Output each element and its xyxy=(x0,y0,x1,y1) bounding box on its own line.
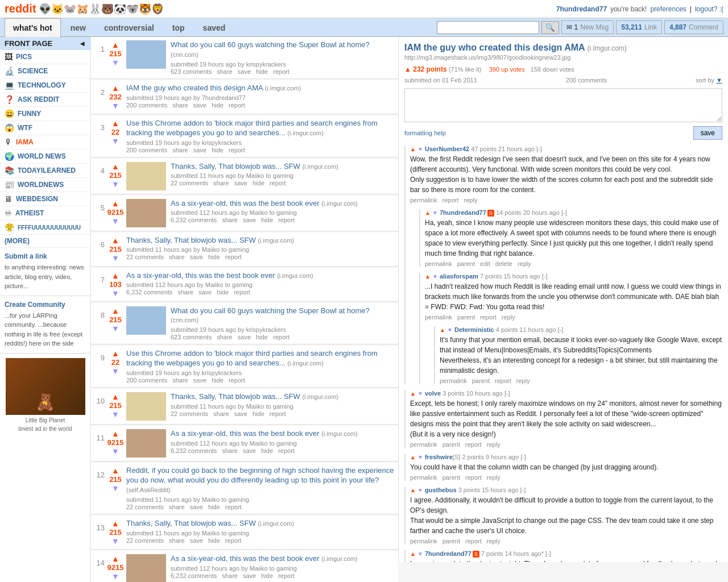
comment-btn[interactable]: 4,887 Comment xyxy=(664,20,723,34)
post-author-link[interactable]: Maiiko xyxy=(246,172,264,179)
action-report[interactable]: report xyxy=(229,147,245,153)
comment-link-reply[interactable]: reply xyxy=(518,260,531,267)
post-thumbnail[interactable] xyxy=(126,306,166,335)
vote-down-btn[interactable]: ▼ xyxy=(111,217,119,226)
comment-username[interactable]: aliasforspam xyxy=(440,273,478,280)
comment-username[interactable]: volve xyxy=(425,390,441,397)
vote-down-btn[interactable]: ▼ xyxy=(111,537,119,546)
action-report[interactable]: report xyxy=(278,217,295,223)
vote-down-btn[interactable]: ▼ xyxy=(111,289,119,298)
sidebar-item-pics[interactable]: 🖼 PICS xyxy=(0,50,90,64)
sidebar-item-technology[interactable]: 💻 TECHNOLOGY xyxy=(0,78,90,93)
comment-collapse[interactable]: [-] xyxy=(520,487,526,493)
vote-up-btn[interactable]: ▲ xyxy=(111,271,119,280)
vote-down-icon[interactable]: ▼ xyxy=(447,327,453,333)
vote-down-btn[interactable]: ▼ xyxy=(111,58,119,67)
action-share[interactable]: share xyxy=(169,537,185,544)
comment-username[interactable]: freshwire xyxy=(425,454,453,460)
comment-collapse[interactable]: [-] xyxy=(536,146,542,152)
comment-collapse[interactable]: [-] xyxy=(520,454,526,460)
comments-link[interactable]: 22 comments xyxy=(126,504,164,510)
comments-link[interactable]: 22 comments xyxy=(126,253,164,260)
username[interactable]: 7hundredand77 xyxy=(556,5,607,13)
post-title-link[interactable]: As a six-year-old, this was the best boo… xyxy=(171,199,358,207)
preferences-link[interactable]: preferences xyxy=(650,5,686,13)
sidebar-item-worldnews[interactable]: 🌍 WORLD NEWS xyxy=(0,149,90,164)
vote-down-btn[interactable]: ▼ xyxy=(111,410,119,419)
search-button[interactable]: 🔍 xyxy=(541,21,559,34)
action-share[interactable]: share xyxy=(172,377,188,384)
comment-collapse[interactable]: [-] xyxy=(542,273,548,280)
post-subreddit-link[interactable]: gaming xyxy=(232,281,253,288)
post-subreddit-link[interactable]: gaming xyxy=(276,209,297,216)
action-save[interactable]: save xyxy=(198,289,212,296)
comment-link-permalink[interactable]: permalink xyxy=(425,260,452,267)
vote-down-btn[interactable]: ▼ xyxy=(111,136,119,146)
comment-link-permalink[interactable]: permalink xyxy=(410,197,437,203)
action-report[interactable]: report xyxy=(270,410,286,417)
action-share[interactable]: share xyxy=(222,572,238,579)
vote-up-btn[interactable]: ▲ xyxy=(111,306,119,315)
action-save[interactable]: save xyxy=(243,572,256,579)
tab-whats-hot[interactable]: what's hot xyxy=(5,18,61,37)
post-title-link[interactable]: Use this Chrome addon to 'block major th… xyxy=(126,119,378,137)
post-title-link[interactable]: As a six-year-old, this was the best boo… xyxy=(126,271,313,280)
sidebar-collapse-icon[interactable]: ◄ xyxy=(78,39,86,48)
comment-link-parent[interactable]: parent xyxy=(442,538,460,544)
post-author-link[interactable]: Maiiko xyxy=(246,403,264,410)
post-title-link[interactable]: Use this Chrome addon to 'block major th… xyxy=(126,349,378,367)
action-save[interactable]: save xyxy=(193,147,206,153)
action-save[interactable]: save xyxy=(193,377,206,384)
vote-down-icon[interactable]: ▼ xyxy=(432,273,438,280)
sidebar-item-wtf[interactable]: 😱 WTF xyxy=(0,121,90,135)
action-hide[interactable]: hide xyxy=(208,504,220,510)
post-title-link[interactable]: As a six-year-old, this was the best boo… xyxy=(171,554,358,563)
comment-collapse[interactable]: [-] xyxy=(504,390,510,397)
action-report[interactable]: report xyxy=(278,572,295,579)
action-hide[interactable]: hide xyxy=(212,377,224,384)
comment-link-reply[interactable]: reply xyxy=(516,377,530,384)
action-report[interactable]: report xyxy=(225,253,242,260)
comment-link-parent[interactable]: parent xyxy=(457,260,475,267)
action-report[interactable]: report xyxy=(278,447,295,454)
comment-link-report[interactable]: report xyxy=(495,377,511,384)
comment-link-parent[interactable]: parent xyxy=(442,441,460,448)
comments-link[interactable]: 200 comments xyxy=(126,147,167,153)
comments-link[interactable]: 22 comments xyxy=(126,537,164,544)
action-hide[interactable]: hide xyxy=(212,147,224,153)
action-hide[interactable]: hide xyxy=(256,334,268,340)
comment-link-edit[interactable]: edit xyxy=(480,260,490,267)
comment-link-delete[interactable]: delete xyxy=(495,260,512,267)
comment-link-reply[interactable]: reply xyxy=(487,474,500,481)
post-title-link[interactable]: Thanks, Sally, That blowjob was... SFW (… xyxy=(126,519,294,527)
vote-down-btn[interactable]: ▼ xyxy=(111,324,119,333)
post-subreddit-link[interactable]: gaming xyxy=(273,403,293,410)
vote-down-btn[interactable]: ▼ xyxy=(111,367,119,376)
post-thumbnail[interactable] xyxy=(126,162,166,190)
vote-down-btn[interactable]: ▼ xyxy=(111,447,119,456)
tab-new[interactable]: new xyxy=(62,18,94,37)
post-title-link[interactable]: Thanks, Sally, That blowjob was... SFW (… xyxy=(126,236,294,244)
sidebar-item-todayilearned[interactable]: 📚 TODAYILEARNED xyxy=(0,164,90,178)
sidebar-item-webdesign[interactable]: 🖥 WEBDESIGN xyxy=(0,192,90,206)
messages-btn[interactable]: ✉ 1 New Msg xyxy=(561,20,614,34)
sidebar-item-worldnews2[interactable]: 📰 WORLDNEWS xyxy=(0,178,90,192)
search-input[interactable] xyxy=(437,21,539,34)
post-author-link[interactable]: krispykrackers xyxy=(202,139,242,146)
action-hide[interactable]: hide xyxy=(261,447,273,454)
vote-up-btn[interactable]: ▲ xyxy=(111,162,119,171)
vote-down-btn[interactable]: ▼ xyxy=(111,572,119,581)
post-title-link[interactable]: IAM the guy who created this design AMA … xyxy=(126,84,301,92)
action-share[interactable]: share xyxy=(217,334,233,340)
post-title-link[interactable]: Reddit, if you could go back to the begi… xyxy=(126,466,394,494)
save-button[interactable]: save xyxy=(693,126,722,140)
ad-image[interactable]: 🧸 xyxy=(6,358,85,415)
comment-link-reply[interactable]: reply xyxy=(487,538,500,544)
action-save[interactable]: save xyxy=(243,217,256,223)
action-hide[interactable]: hide xyxy=(208,537,220,544)
action-save[interactable]: save xyxy=(243,447,256,454)
post-thumbnail[interactable] xyxy=(126,429,166,458)
comment-link-report[interactable]: report xyxy=(465,474,482,481)
vote-down-icon[interactable]: ▼ xyxy=(417,487,423,493)
post-author-link[interactable]: Maiiko xyxy=(202,530,220,537)
